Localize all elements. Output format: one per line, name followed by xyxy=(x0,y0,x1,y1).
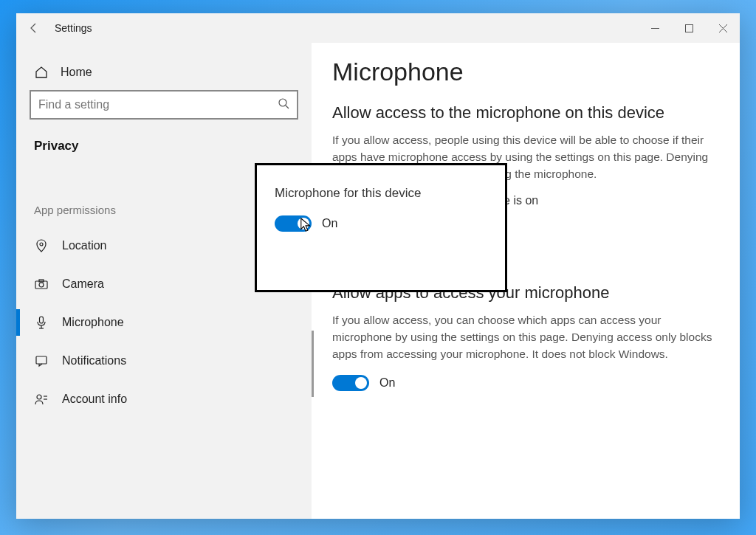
microphone-icon xyxy=(34,315,49,330)
titlebar: Settings xyxy=(16,13,740,43)
sidebar-item-label: Notifications xyxy=(62,354,126,367)
search-input[interactable] xyxy=(38,98,278,111)
apps-access-toggle-label: On xyxy=(379,376,395,390)
sidebar-item-label: Account info xyxy=(62,393,127,406)
sidebar-item-notifications[interactable]: Notifications xyxy=(16,342,312,380)
sidebar-item-label: Microphone xyxy=(62,316,124,329)
toggle-knob xyxy=(298,218,309,229)
sidebar-item-account-info[interactable]: Account info xyxy=(16,380,312,418)
minimize-button[interactable] xyxy=(638,13,672,43)
location-icon xyxy=(34,238,49,253)
account-info-icon xyxy=(34,392,49,407)
window-controls xyxy=(638,13,740,43)
svg-point-14 xyxy=(37,395,41,399)
apps-access-toggle[interactable] xyxy=(332,375,369,391)
page-title: Microphone xyxy=(332,58,719,86)
window-title: Settings xyxy=(52,22,92,34)
scrollbar[interactable] xyxy=(312,331,314,397)
maximize-button[interactable] xyxy=(672,13,706,43)
notifications-icon xyxy=(34,353,49,368)
device-access-toggle[interactable] xyxy=(275,215,312,232)
svg-point-8 xyxy=(39,283,44,287)
close-button[interactable] xyxy=(706,13,740,43)
svg-point-4 xyxy=(279,99,286,106)
svg-rect-10 xyxy=(40,317,44,323)
arrow-left-icon xyxy=(28,22,40,34)
svg-rect-1 xyxy=(685,24,693,32)
microphone-device-popup: Microphone for this device On xyxy=(255,163,507,292)
toggle-knob xyxy=(355,377,367,389)
minimize-icon xyxy=(651,24,659,32)
back-button[interactable] xyxy=(16,13,52,43)
sidebar-section-privacy: Privacy xyxy=(30,133,298,159)
section2-desc: If you allow access, you can choose whic… xyxy=(332,311,719,363)
home-label: Home xyxy=(61,66,92,79)
device-access-toggle-row: On xyxy=(275,215,487,232)
search-input-container[interactable] xyxy=(30,90,298,120)
maximize-icon xyxy=(685,24,693,32)
home-link[interactable]: Home xyxy=(30,58,298,90)
apps-access-toggle-row: On xyxy=(332,375,719,391)
svg-point-6 xyxy=(40,243,43,246)
home-icon xyxy=(34,65,49,80)
section1-title: Allow access to the microphone on this d… xyxy=(332,103,719,124)
svg-rect-13 xyxy=(36,356,47,364)
camera-icon xyxy=(34,277,49,291)
sidebar-item-microphone[interactable]: Microphone xyxy=(16,303,312,342)
sidebar-item-label: Location xyxy=(62,239,107,252)
device-access-toggle-label: On xyxy=(322,217,337,230)
popup-title: Microphone for this device xyxy=(275,186,487,201)
close-icon xyxy=(719,24,727,32)
svg-line-5 xyxy=(286,106,289,108)
search-icon xyxy=(278,97,289,112)
sidebar-item-label: Camera xyxy=(62,277,104,291)
